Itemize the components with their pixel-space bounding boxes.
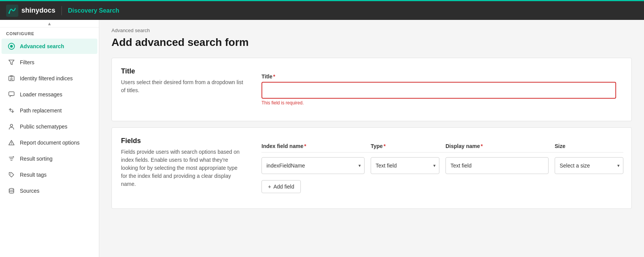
svg-point-1 — [8, 12, 10, 14]
svg-point-13 — [9, 189, 14, 190]
scroll-up-indicator[interactable]: ▲ — [0, 20, 99, 28]
navbar: shinydocs Discovery Search — [0, 0, 644, 20]
database-icon — [8, 187, 15, 195]
person-icon — [8, 123, 15, 130]
svg-point-3 — [10, 45, 13, 48]
navbar-divider — [61, 6, 62, 15]
fields-column-headers: Index field name* Type* Display name* Si… — [261, 143, 623, 153]
sidebar-item-label: Sources — [20, 188, 39, 194]
fields-row: indexFieldName ▾ Text field ▾ — [261, 157, 623, 174]
add-field-label: Add field — [273, 184, 294, 190]
logo: shinydocs — [6, 5, 55, 17]
sidebar-item-report-document-options[interactable]: Report document options — [2, 135, 97, 150]
col-header-index-field: Index field name* — [261, 143, 365, 149]
sidebar-item-label: Identity filtered indices — [20, 75, 73, 81]
svg-point-7 — [11, 78, 12, 79]
size-select[interactable]: Select a size — [555, 157, 623, 174]
sidebar-item-result-tags[interactable]: Result tags — [2, 167, 97, 182]
logo-text: shinydocs — [21, 7, 55, 15]
sidebar-item-label: Report document options — [20, 140, 79, 146]
index-field-name-wrapper: indexFieldName ▾ — [261, 157, 365, 174]
tag-icon — [8, 171, 15, 179]
title-section-desc-text: Users select their desired form from a d… — [121, 78, 243, 94]
sidebar-item-path-replacement[interactable]: Path replacement — [2, 103, 97, 118]
fields-section-description: Fields Fields provide users with search … — [121, 137, 243, 199]
id-badge-icon — [8, 75, 15, 82]
sidebar-item-public-schematypes[interactable]: Public schematypes — [2, 119, 97, 134]
fields-section-form: Index field name* Type* Display name* Si… — [255, 137, 629, 199]
content-area: Advanced search Add advanced search form… — [99, 20, 644, 257]
main-layout: ▲ CONFIGURE Advanced search Filters — [0, 20, 644, 257]
title-input[interactable] — [261, 82, 616, 99]
size-wrapper: Select a size ▾ — [555, 157, 623, 174]
sidebar-item-label: Path replacement — [20, 107, 62, 114]
triangle-icon — [8, 139, 15, 146]
fields-section-card: Fields Fields provide users with search … — [111, 127, 632, 209]
col-header-display-name: Display name* — [445, 143, 549, 149]
sidebar: ▲ CONFIGURE Advanced search Filters — [0, 20, 99, 257]
sidebar-item-label: Loader messages — [20, 91, 62, 98]
navbar-app-title: Discovery Search — [68, 7, 119, 14]
sidebar-item-label: Advanced search — [20, 43, 64, 49]
breadcrumb: Advanced search — [111, 28, 632, 33]
sidebar-item-identity-filtered-indices[interactable]: Identity filtered indices — [2, 71, 97, 86]
title-error-message: This field is required. — [261, 100, 616, 106]
circle-check-icon — [8, 42, 15, 50]
title-form-label: Title* — [261, 73, 616, 80]
sidebar-item-label: Public schematypes — [20, 124, 68, 130]
sidebar-item-advanced-search[interactable]: Advanced search — [2, 39, 97, 54]
fields-section-heading: Fields — [121, 137, 243, 145]
comment-icon — [8, 91, 15, 98]
type-wrapper: Text field ▾ — [371, 157, 439, 174]
title-section-form: Title* This field is required. — [255, 67, 622, 112]
sidebar-item-sources[interactable]: Sources — [2, 183, 97, 198]
svg-rect-8 — [9, 92, 14, 96]
col-header-size: Size — [555, 143, 623, 149]
sidebar-item-result-sorting[interactable]: Result sorting — [2, 151, 97, 166]
sidebar-item-label: Result sorting — [20, 156, 53, 162]
title-section-heading: Title — [121, 67, 243, 75]
sidebar-item-label: Filters — [20, 59, 34, 65]
add-field-button[interactable]: + Add field — [261, 180, 301, 193]
index-field-name-select[interactable]: indexFieldName — [261, 157, 365, 174]
svg-marker-4 — [9, 60, 14, 65]
title-section-description: Title Users select their desired form fr… — [121, 67, 243, 112]
sidebar-item-label: Result tags — [20, 172, 47, 178]
logo-icon — [6, 5, 18, 17]
title-section-card: Title Users select their desired form fr… — [111, 58, 632, 121]
plus-icon: + — [268, 184, 271, 190]
sort-icon — [8, 155, 15, 163]
sidebar-item-filters[interactable]: Filters — [2, 55, 97, 70]
display-name-input[interactable] — [445, 157, 549, 174]
page-title: Add advanced search form — [111, 36, 632, 49]
sidebar-item-loader-messages[interactable]: Loader messages — [2, 87, 97, 102]
type-select[interactable]: Text field — [371, 157, 439, 174]
svg-point-9 — [10, 124, 13, 127]
fields-section-desc-text: Fields provide users with search options… — [121, 148, 243, 188]
title-required-star: * — [273, 73, 275, 80]
arrows-icon — [8, 107, 15, 114]
svg-point-11 — [11, 144, 12, 145]
col-header-type: Type* — [371, 143, 439, 149]
filter-icon — [8, 59, 15, 66]
svg-point-12 — [10, 174, 11, 174]
sidebar-section-label: CONFIGURE — [0, 28, 99, 38]
